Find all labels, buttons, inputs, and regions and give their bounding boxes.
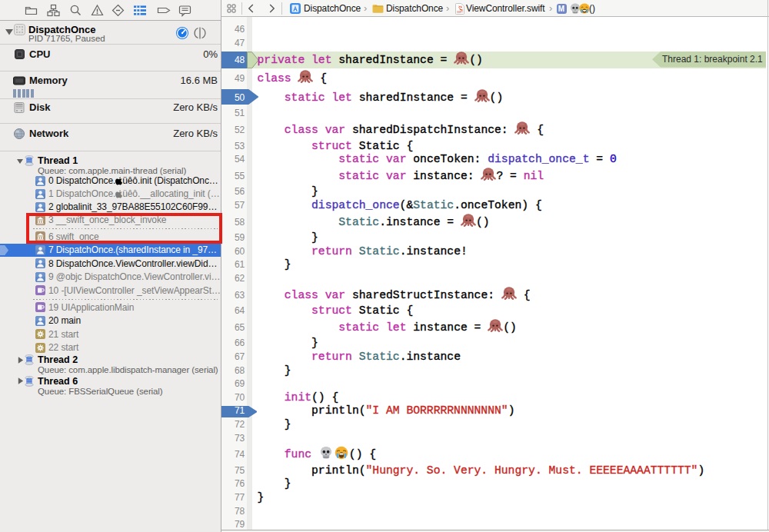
svg-text:SWIFT: SWIFT <box>457 11 463 14</box>
